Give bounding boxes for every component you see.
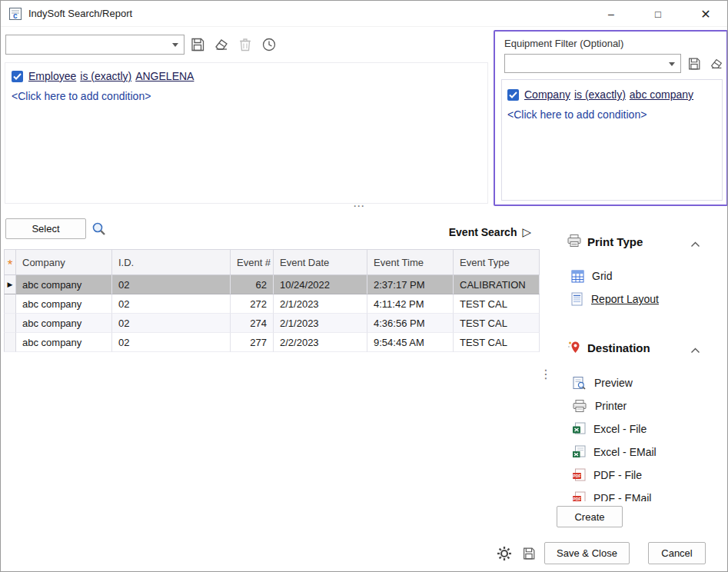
print-type-option-grid[interactable]: Grid	[571, 268, 612, 284]
combo-caret-icon	[172, 43, 178, 47]
print-type-grid-label: Grid	[592, 270, 612, 282]
save-filter-button[interactable]	[188, 35, 208, 55]
magnifier-icon	[90, 220, 108, 238]
column-header-event-time[interactable]: Event Time	[367, 249, 454, 275]
report-layout-icon	[571, 292, 583, 306]
grid-row[interactable]: abc company 02 274 2/1/2023 4:36:56 PM T…	[4, 314, 540, 333]
equipment-add-condition-row: <Click here to add condition>	[507, 106, 647, 123]
check-icon	[509, 91, 517, 98]
horizontal-splitter[interactable]: ⋯	[353, 199, 364, 213]
svg-text:PDF: PDF	[573, 474, 580, 478]
employee-condition-value-link[interactable]: ANGELENA	[135, 70, 194, 82]
cell-company: abc company	[16, 314, 112, 333]
cancel-button[interactable]: Cancel	[648, 542, 706, 564]
grid-icon	[571, 270, 584, 283]
select-button[interactable]: Select	[5, 218, 86, 239]
destination-option-pdf-email[interactable]: PDF PDF - EMail	[572, 490, 651, 501]
cell-event-time: 2:37:17 PM	[367, 275, 454, 294]
cell-event-num: 272	[231, 294, 274, 314]
grid-row[interactable]: abc company 02 277 2/2/2023 9:54:45 AM T…	[4, 333, 540, 352]
close-button[interactable]: ✕	[692, 2, 720, 25]
grid-header-row: * Company I.D. Event # Event Date Event …	[4, 249, 540, 275]
destination-printer-label: Printer	[595, 400, 627, 412]
clear-filter-button[interactable]	[211, 35, 231, 55]
cell-company: abc company	[16, 333, 112, 352]
destination-option-printer[interactable]: Printer	[572, 397, 627, 414]
grid-row-selected[interactable]: ▶ abc company 02 62 10/24/2022 2:37:17 P…	[4, 275, 540, 294]
column-header-id[interactable]: I.D.	[112, 249, 231, 275]
minimize-icon: –	[608, 8, 614, 20]
cell-company: abc company	[16, 275, 112, 294]
print-type-collapse-button[interactable]	[690, 238, 700, 250]
destination-excel-email-label: Excel - EMail	[593, 446, 657, 458]
cell-event-time: 4:11:42 PM	[367, 294, 454, 314]
equipment-filter-title: Equipment Filter (Optional)	[504, 38, 623, 49]
search-button[interactable]	[89, 219, 109, 239]
equipment-add-condition-link[interactable]: <Click here to add condition>	[507, 108, 647, 121]
employee-add-condition-link[interactable]: <Click here to add condition>	[12, 90, 151, 102]
svg-text:c: c	[13, 12, 18, 20]
filter-history-button[interactable]	[259, 35, 279, 55]
equipment-conditions-area: Company is (exactly) abc company <Click …	[501, 79, 723, 201]
current-row-icon: ▶	[8, 281, 13, 288]
equipment-condition-value-link[interactable]: abc company	[630, 88, 693, 101]
cell-event-time: 4:36:56 PM	[367, 314, 454, 333]
grid-corner-cell: *	[4, 249, 16, 275]
chevron-up-icon	[690, 348, 700, 354]
employee-condition-field-link[interactable]: Employee	[28, 70, 76, 82]
equipment-condition-field-link[interactable]: Company	[524, 88, 570, 101]
destination-option-excel-email[interactable]: Excel - EMail	[572, 444, 657, 461]
grid-row[interactable]: abc company 02 272 2/1/2023 4:11:42 PM T…	[4, 294, 540, 314]
pdf-email-icon: PDF	[572, 491, 586, 501]
excel-file-icon	[572, 422, 586, 436]
column-header-event-type[interactable]: Event Type	[454, 249, 540, 275]
combo-caret-icon	[669, 62, 675, 66]
vertical-splitter[interactable]: ⋮	[540, 367, 552, 381]
destination-preview-label: Preview	[594, 377, 633, 389]
print-type-option-report-layout[interactable]: Report Layout	[571, 291, 659, 308]
destination-pin-icon	[566, 340, 581, 358]
cell-id: 02	[112, 294, 231, 314]
equipment-condition-operator-link[interactable]: is (exactly)	[574, 88, 626, 101]
clock-icon	[261, 36, 278, 53]
cell-event-type: TEST CAL	[454, 333, 540, 352]
maximize-button[interactable]: □	[644, 2, 672, 25]
employee-filter-combobox[interactable]	[5, 35, 184, 55]
destination-excel-file-label: Excel - File	[593, 423, 647, 435]
destination-option-pdf-file[interactable]: PDF PDF - File	[572, 467, 642, 484]
destination-option-preview[interactable]: Preview	[572, 374, 633, 391]
cell-event-type: TEST CAL	[454, 294, 540, 314]
results-grid: * Company I.D. Event # Event Date Event …	[4, 249, 540, 352]
equipment-save-filter-button[interactable]	[684, 54, 704, 74]
new-row-indicator-icon: *	[8, 261, 13, 269]
destination-pdf-file-label: PDF - File	[593, 469, 642, 481]
column-header-event-num[interactable]: Event #	[231, 249, 274, 275]
destination-option-pdf-email-clipped: PDF PDF - EMail	[572, 490, 703, 501]
cell-event-num: 62	[231, 275, 274, 294]
delete-filter-button[interactable]	[235, 35, 255, 55]
eraser-icon	[709, 56, 724, 72]
column-header-company[interactable]: Company	[16, 249, 112, 275]
employee-add-condition-row: <Click here to add condition>	[12, 88, 151, 105]
print-type-report-layout-label: Report Layout	[591, 293, 659, 305]
destination-option-excel-file[interactable]: Excel - File	[572, 421, 647, 437]
svg-text:PDF: PDF	[573, 497, 580, 501]
settings-button[interactable]	[494, 544, 514, 564]
equipment-condition-checkbox[interactable]	[507, 89, 519, 101]
equipment-filter-combobox[interactable]	[504, 54, 681, 73]
destination-collapse-button[interactable]	[690, 344, 700, 356]
event-search-label: Event Search	[449, 226, 517, 238]
column-header-event-date[interactable]: Event Date	[274, 249, 367, 275]
employee-condition-operator-link[interactable]: is (exactly)	[80, 70, 131, 82]
employee-condition-checkbox[interactable]	[12, 71, 23, 82]
save-and-close-button[interactable]: Save & Close	[544, 542, 630, 564]
equipment-clear-filter-button[interactable]	[706, 54, 726, 74]
cell-event-date: 10/24/2022	[274, 275, 367, 294]
minimize-button[interactable]: –	[597, 2, 625, 25]
trash-icon	[237, 36, 254, 53]
save-icon	[686, 56, 702, 72]
save-settings-button[interactable]	[519, 544, 539, 564]
row-indicator-cell: ▶	[4, 275, 16, 294]
event-search-expand-icon[interactable]: ▷	[522, 225, 531, 239]
create-button[interactable]: Create	[557, 506, 623, 527]
